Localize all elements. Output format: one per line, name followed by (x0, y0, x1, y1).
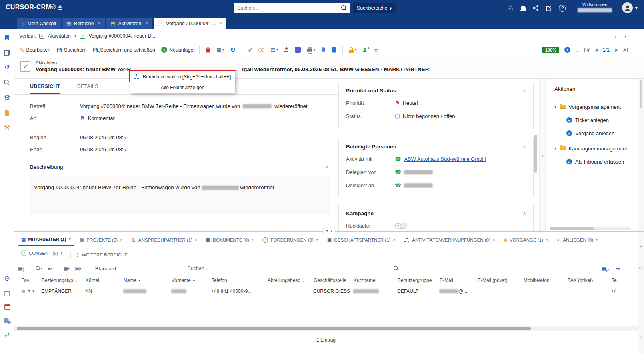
search-icon[interactable] (341, 5, 347, 11)
filter-table-button[interactable]: ▦✓ (602, 266, 607, 272)
tab-details[interactable]: DETAILS (77, 84, 98, 94)
document-search-icon[interactable] (4, 80, 10, 85)
grid-hscrollbar[interactable] (14, 326, 638, 331)
edit-button[interactable]: ✎ Bearbeiten (19, 46, 50, 54)
tab-aktivitaeten[interactable]: ▤ Aktivitäten × (106, 18, 152, 29)
tab-projekte[interactable]: PROJEKTE (0) × (76, 237, 126, 246)
search-icon[interactable] (394, 266, 398, 271)
grid-search-config-button[interactable]: ▾ (35, 266, 42, 271)
next-record-button[interactable]: ▶ (615, 47, 618, 52)
notes-icon[interactable]: ▤ (4, 290, 10, 296)
action-als-inbound-erfassen[interactable]: ▶ Als Inbound erfassen (566, 157, 637, 166)
column-header-geschaeftsstelle[interactable]: Geschäftsstelle (310, 276, 350, 285)
tab-aktivitaetenverknuepfungen[interactable]: AKTIVITÄTENVERKNÜPFUNGEN (0) × (400, 238, 498, 246)
tab-consent[interactable]: ✓ CONSENT (0) × (18, 250, 66, 259)
view-selector-input[interactable] (92, 264, 177, 273)
column-header-beziehungstyp[interactable]: Beziehungstyp ... (38, 276, 82, 285)
delete-button[interactable] (206, 47, 210, 53)
external-link-icon[interactable] (546, 5, 552, 11)
tab-vorgang[interactable]: ✓ Vorgang #0000004: ... × (154, 18, 226, 29)
tab-dokumente[interactable]: DOKUMENTE (0) × (202, 237, 258, 246)
more-areas-button[interactable]: ⋮ WEITERE BEREICHE (75, 252, 128, 258)
document-gear-icon[interactable]: ⚙ (4, 318, 10, 324)
tab-vorgaenge[interactable]: ◆ VORGÄNGE (1) × (500, 237, 552, 246)
tab-ansprechpartner[interactable]: ANSPRECHPARTNER (1) × (128, 238, 201, 246)
print-button[interactable]: ▾ (307, 48, 315, 52)
close-icon[interactable]: × (252, 238, 254, 242)
column-header-fav[interactable]: Fav. (18, 276, 38, 285)
attachment-button[interactable] (321, 47, 326, 53)
tab-geschaeftspartner[interactable]: ▦ GESCHÄFTSPARTNER (1) × (324, 237, 399, 246)
share-icon[interactable] (532, 5, 539, 11)
collapse-chevron-icon[interactable]: ∧ (326, 164, 329, 170)
signature-button[interactable] (284, 47, 289, 52)
close-icon[interactable]: × (493, 238, 495, 242)
help-icon[interactable]: ? (559, 5, 566, 12)
close-icon[interactable]: × (98, 21, 100, 26)
column-header-mobiltelefon[interactable]: Mobiltelefon (520, 276, 564, 285)
menu-item-bereich-verwalten[interactable]: Bereich verwalten [Strg+Alt+Umschalt+E] (130, 71, 235, 82)
tab-anliegen[interactable]: ► ANLIEGEN (0) × (553, 238, 602, 246)
chevron-down-icon[interactable]: ▾ (624, 34, 626, 38)
actions-hscrollbar[interactable] (550, 227, 630, 230)
collapse-chevron-icon[interactable]: ∧ (523, 88, 526, 93)
tab-mitarbeiter[interactable]: ▦ MITARBEITER (1) × (18, 236, 74, 246)
save-close-button[interactable]: × Speichern und schließen (92, 47, 155, 53)
assign-user-button[interactable]: + (362, 48, 367, 52)
prev-record-button[interactable]: ◀ (594, 47, 597, 52)
grid-search-input[interactable] (184, 266, 393, 271)
search-areas-button[interactable]: Suchbereiche ▾ (353, 3, 396, 13)
refresh-button[interactable]: ↻ (230, 46, 235, 54)
column-header-vorname[interactable]: Vorname▲ (168, 276, 208, 285)
panel-collapse-control[interactable]: ▾ ▴ (323, 228, 335, 234)
close-icon[interactable]: × (393, 238, 395, 242)
column-header-fax-privat[interactable]: FAX (privat) (564, 276, 608, 285)
main-right-scrollrail[interactable] (638, 79, 644, 231)
partner-link[interactable]: ASW Autohaus Süd-Würtele GmbH (404, 156, 486, 162)
teams-button[interactable]: T (295, 47, 301, 53)
favorite-button[interactable]: ☆ (373, 46, 378, 54)
close-icon[interactable]: × (220, 21, 222, 26)
cards-scrollbar-thumb[interactable] (534, 135, 537, 173)
lock-button[interactable]: ▾ (349, 47, 356, 53)
user-menu[interactable]: ▾ (622, 2, 638, 13)
column-header-name[interactable]: Name▲ (120, 276, 168, 285)
column-header-email[interactable]: E-Mail (436, 276, 474, 285)
pin-icon[interactable]: ↦ (638, 266, 644, 270)
table-row[interactable]: ▦ ⚑ ▾ EMPFÄNGER KN +49 641 40000-9... CU… (18, 285, 638, 297)
tab-mein-cockpit[interactable]: ⌂ Mein Cockpit (17, 18, 61, 29)
chevron-up-icon[interactable]: ▴ (331, 229, 332, 233)
close-icon[interactable]: × (68, 237, 71, 242)
breadcrumb-item-vorgang[interactable]: Vorgang #0000004: neuer B... (88, 33, 155, 39)
menu-item-alle-felder-anzeigen[interactable]: Alle Felder anzeigen (130, 82, 235, 93)
actions-hscrollbar-thumb[interactable] (550, 227, 594, 230)
table-add-button[interactable]: ▦+ ▾ (216, 47, 224, 53)
chess-piece-icon[interactable]: ♘ (508, 4, 514, 12)
close-icon[interactable]: × (316, 238, 318, 242)
row-flag-icon[interactable]: ⚑ (27, 288, 31, 294)
save-button[interactable]: Speichern (56, 47, 86, 53)
description-text[interactable]: Vorgang #0000004: neuer BMW 7er-Reihe - … (30, 176, 330, 214)
column-header-kuerzel[interactable]: Kürzel (82, 276, 120, 285)
menu-icon[interactable]: ≡ (576, 46, 579, 53)
action-ticket-anlegen[interactable]: ▶ Ticket anlegen (566, 116, 637, 124)
row-type-icon[interactable]: ▦ (21, 288, 25, 294)
bookmark-icon[interactable] (5, 35, 9, 41)
chevron-down-icon[interactable]: ▾ (326, 229, 328, 233)
tab-uebersicht[interactable]: ÜBERSICHT (30, 84, 60, 94)
tools-icon[interactable]: ⚒ (4, 124, 10, 131)
bottom-right-rail[interactable]: « ↦ ‹ (638, 232, 644, 354)
close-icon[interactable]: × (146, 21, 148, 26)
column-header-telefon[interactable]: Telefon (208, 276, 264, 285)
group-kampagnenmanagement[interactable]: ▾ Kampagnenmanagement (554, 144, 637, 153)
collapse-panel-handle[interactable]: › (540, 150, 545, 161)
gear-icon[interactable]: ⚙ (4, 94, 10, 101)
tab-bereiche[interactable]: ▦ Bereiche × (62, 18, 105, 29)
collapse-left-icon[interactable]: « (638, 244, 644, 248)
document-button[interactable] (332, 47, 336, 53)
report-icon[interactable] (5, 110, 9, 116)
collapse-chevron-icon[interactable]: ∧ (523, 144, 526, 149)
action-vorgang-anlegen[interactable]: ▶ Vorgang anlegen (566, 129, 637, 138)
close-icon[interactable]: × (546, 238, 548, 242)
row-expand-caret[interactable]: ▾ (32, 289, 34, 293)
